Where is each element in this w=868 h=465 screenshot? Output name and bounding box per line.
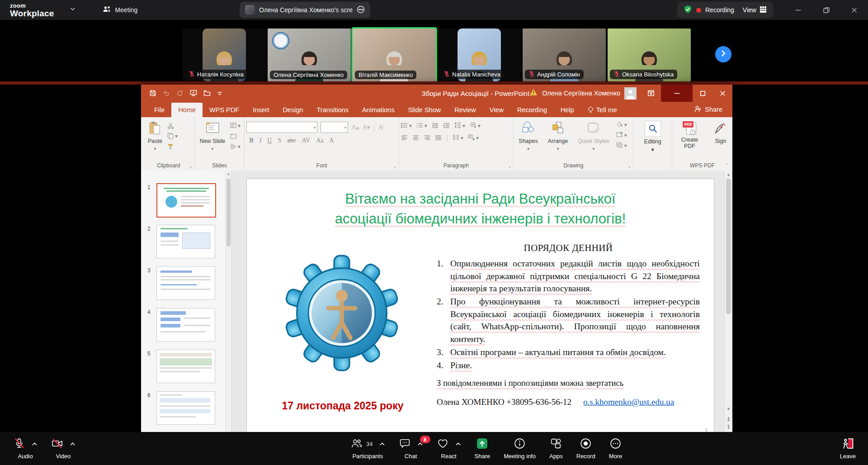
align-center-button[interactable] — [412, 134, 419, 142]
italic-button[interactable]: I — [259, 137, 262, 144]
ribbon-tab-animations[interactable]: Animations — [355, 103, 401, 117]
ppt-minimize-button[interactable] — [661, 85, 693, 102]
slide-layout-button[interactable]: ▾ — [230, 122, 241, 129]
shape-fill-button[interactable]: ▾ — [616, 121, 627, 128]
warning-icon[interactable] — [529, 88, 538, 98]
line-spacing-button[interactable]: ▾ — [454, 122, 465, 129]
slide-canvas[interactable]: Вітаємо на засіданні Ради Всеукраїнської… — [247, 179, 714, 465]
react-button[interactable]: React — [430, 432, 468, 465]
slide-thumbnail-4[interactable]: 4 — [147, 308, 215, 342]
video-tile[interactable]: Наталія Косуліна — [183, 28, 266, 81]
section-button[interactable]: ▾ — [230, 143, 241, 150]
copy-button[interactable]: ▾ — [167, 133, 178, 140]
bullets-button[interactable]: ▾ — [401, 122, 412, 129]
collapse-ribbon-icon[interactable]: ⌃ — [725, 163, 729, 168]
screen-share-tab[interactable]: Олена Сергіївна Хоменко's scre — [240, 2, 370, 18]
ribbon-tab-help[interactable]: Help — [554, 103, 581, 117]
video-tile[interactable]: Андрій Соломін — [523, 28, 606, 81]
ppt-close-button[interactable] — [712, 85, 732, 102]
thumbnail-scroll-up-icon[interactable]: ▲ — [226, 171, 231, 177]
save-icon[interactable] — [149, 90, 156, 97]
more-button[interactable]: More — [602, 432, 629, 465]
font-color-button[interactable]: A — [329, 137, 334, 144]
ppt-maximize-button[interactable] — [693, 85, 712, 102]
new-slide-button[interactable]: New Slide ▾ — [197, 119, 228, 153]
smartart-button[interactable]: ▾ — [468, 134, 479, 142]
create-pdf-button[interactable]: PDF+ Create PDF — [674, 119, 705, 152]
arrange-button[interactable]: Arrange▾ — [545, 119, 571, 153]
numbering-button[interactable]: ▾ — [416, 122, 427, 129]
slide-thumbnail-6[interactable]: 6 — [147, 391, 215, 425]
format-painter-button[interactable] — [167, 143, 178, 150]
shapes-button[interactable]: Shapes▾ — [515, 119, 541, 153]
scroll-down-icon[interactable]: ▼ — [726, 405, 731, 413]
increase-indent-button[interactable] — [443, 122, 450, 129]
font-name-combo[interactable]: ▾ — [246, 122, 317, 133]
ribbon-tab-tell-me[interactable]: Tell me — [581, 103, 624, 117]
open-folder-icon[interactable] — [203, 90, 211, 97]
text-direction-button[interactable]: ▾ — [470, 122, 481, 129]
record-button[interactable]: Record — [570, 432, 602, 465]
slide-thumbnail-5[interactable]: 5 — [147, 350, 215, 383]
video-tile[interactable]: Oksana Biloshytska — [608, 28, 691, 81]
slide-thumbnail-3[interactable]: 3 — [147, 266, 215, 300]
ribbon-tab-wps-pdf[interactable]: WPS PDF — [203, 103, 246, 117]
slide-thumbnail-2[interactable]: 2 — [147, 225, 215, 258]
align-right-button[interactable] — [424, 134, 430, 142]
ribbon-tab-view[interactable]: View — [483, 103, 510, 117]
clipboard-dialog-launcher[interactable]: ⌟ — [189, 163, 192, 168]
audio-button[interactable]: Audio — [6, 432, 44, 465]
ribbon-tab-review[interactable]: Review — [448, 103, 483, 117]
ppt-share-button[interactable]: Share — [694, 105, 722, 114]
chevron-up-icon[interactable] — [379, 441, 385, 447]
apps-button[interactable]: Apps — [542, 432, 570, 465]
chat-button[interactable]: 8Chat — [392, 432, 430, 465]
paste-button[interactable]: Paste ▾ — [145, 119, 165, 153]
sign-button[interactable]: Sign — [711, 119, 731, 147]
start-slideshow-icon[interactable] — [190, 90, 197, 97]
shape-outline-button[interactable]: ▾ — [616, 132, 627, 139]
cut-button[interactable] — [167, 122, 178, 129]
redo-icon[interactable] — [176, 90, 184, 97]
slide-thumbnail-1[interactable]: 1 — [147, 183, 216, 218]
account-avatar-icon[interactable] — [624, 87, 637, 100]
undo-icon[interactable] — [163, 90, 170, 97]
video-tile[interactable]: Natalia Manicheva — [438, 28, 521, 81]
contact-email-link[interactable]: o.s.khomenko@ust.edu.ua — [583, 397, 674, 407]
ribbon-display-options-button[interactable] — [641, 85, 661, 102]
video-tile[interactable]: Олена Сергіївна Хоменко — [268, 28, 351, 81]
justify-button[interactable] — [435, 134, 442, 142]
zoom-restore-button[interactable] — [812, 0, 840, 20]
slide-scrollbar[interactable]: ▲ ▼ ▲▲ ▼▼ — [724, 171, 732, 432]
font-size-combo[interactable]: ▾ — [321, 122, 348, 133]
chevron-up-icon[interactable] — [455, 441, 461, 447]
ribbon-tab-home[interactable]: Home — [171, 103, 203, 117]
chevron-up-icon[interactable] — [70, 441, 75, 447]
thumbnail-preview[interactable] — [156, 308, 215, 342]
ribbon-tab-insert[interactable]: Insert — [246, 103, 276, 117]
shape-effects-button[interactable]: ▾ — [616, 142, 627, 149]
character-spacing-button[interactable]: AV — [302, 137, 310, 144]
thumbnail-preview[interactable] — [156, 391, 215, 425]
clear-formatting-button[interactable]: A̸ — [378, 124, 383, 131]
share-button[interactable]: Share — [468, 432, 497, 465]
chevron-up-icon[interactable] — [32, 441, 38, 447]
align-left-button[interactable] — [401, 134, 408, 142]
participants-button[interactable]: 34Participants — [344, 432, 392, 465]
ribbon-tab-slide-show[interactable]: Slide Show — [401, 103, 448, 117]
text-shadow-button[interactable]: S — [278, 137, 281, 144]
scroll-up-icon[interactable]: ▲ — [726, 171, 731, 179]
tab-options-ellipsis-icon[interactable] — [357, 5, 365, 15]
video-button[interactable]: Video — [44, 432, 82, 465]
reset-slide-button[interactable] — [230, 133, 241, 140]
leave-button[interactable]: Leave — [833, 432, 863, 465]
customize-quick-access-icon[interactable] — [217, 90, 222, 96]
view-button[interactable]: View — [743, 6, 767, 14]
ribbon-tab-recording[interactable]: Recording — [510, 103, 554, 117]
thumbnail-preview[interactable] — [156, 183, 216, 218]
thumbnail-scrollbar[interactable]: ▲ — [225, 171, 231, 432]
quick-styles-button[interactable]: Quick Styles▾ — [575, 119, 612, 153]
paragraph-dialog-launcher[interactable]: ⌟ — [509, 163, 511, 168]
shrink-font-button[interactable]: A▾ — [362, 123, 370, 131]
bold-button[interactable]: B — [249, 137, 253, 144]
